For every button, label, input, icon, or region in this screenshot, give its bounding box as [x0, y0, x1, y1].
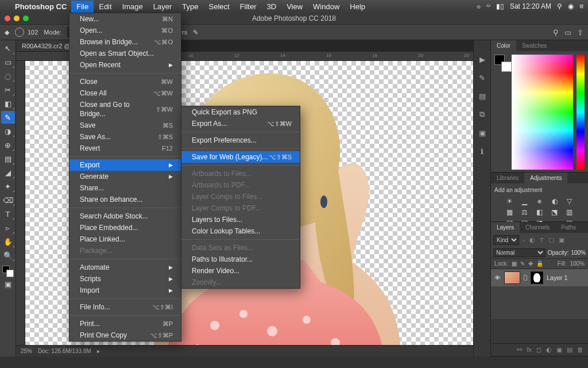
lock-all-icon[interactable]: 🔒 — [536, 260, 543, 267]
tool-0[interactable]: ↖ — [1, 42, 15, 55]
file-menu-item-24[interactable]: Scripts▶ — [69, 273, 181, 285]
menu-image[interactable]: Image — [117, 1, 148, 13]
tab-swatches[interactable]: Swatches — [516, 40, 552, 51]
file-menu-item-14[interactable]: Generate▶ — [69, 171, 181, 182]
file-menu-item-27[interactable]: File Info...⌥⇧⌘I — [69, 301, 181, 313]
export-menu-item-16[interactable]: Render Video... — [181, 265, 300, 277]
tool-11[interactable]: ⌫ — [1, 194, 15, 206]
export-menu-item-0[interactable]: Quick Export as PNG — [181, 106, 300, 118]
file-menu-item-30[interactable]: Print One Copy⌥⇧⌘P — [69, 329, 181, 341]
tool-7[interactable]: ⊕ — [1, 139, 15, 151]
tool-2[interactable]: ◌ — [1, 70, 15, 82]
add-mask-icon[interactable]: ◻ — [536, 346, 541, 354]
export-menu-item-11[interactable]: Layers to Files... — [181, 214, 300, 225]
tab-layers[interactable]: Layers — [491, 222, 520, 233]
filter-pixel-icon[interactable]: ▫ — [521, 237, 526, 244]
channel-mixer-icon[interactable]: ▥ — [565, 208, 574, 216]
file-menu-item-9[interactable]: Save⌘S — [69, 120, 181, 131]
siri-icon[interactable]: ◉ — [568, 2, 574, 10]
file-menu-item-2[interactable]: Browse in Bridge...⌥⌘O — [69, 36, 181, 48]
menu-window[interactable]: Window — [308, 1, 345, 13]
layer-name[interactable]: Layer 1 — [547, 274, 568, 281]
brightness-icon[interactable]: ☀ — [505, 197, 514, 205]
new-fill-icon[interactable]: ◐ — [546, 346, 552, 354]
lock-transparency-icon[interactable]: ▦ — [512, 260, 517, 267]
layer-row[interactable]: 👁 Layer 1 — [491, 269, 588, 286]
delete-layer-icon[interactable]: 🗑 — [577, 346, 583, 354]
filter-smart-icon[interactable]: ▣ — [558, 236, 566, 244]
tool-10[interactable]: ✦ — [1, 180, 15, 193]
tool-3[interactable]: ✂ — [1, 83, 15, 96]
layer-style-icon[interactable]: fx — [527, 346, 532, 354]
hue-icon[interactable]: ▦ — [505, 208, 514, 216]
tool-13[interactable]: ▹ — [1, 221, 15, 234]
actions-icon[interactable]: ▣ — [477, 128, 488, 138]
file-menu-item-29[interactable]: Print...⌘P — [69, 318, 181, 329]
file-menu-item-4[interactable]: Open Recent▶ — [69, 59, 181, 71]
curves-icon[interactable]: ⎈ — [535, 197, 544, 205]
file-menu-item-13[interactable]: Export▶ — [69, 159, 181, 171]
share-icon[interactable]: ⇪ — [577, 28, 583, 37]
clock[interactable]: Sat 12:20 AM — [510, 2, 551, 10]
zoom-level[interactable]: 25% — [21, 348, 32, 354]
file-menu-item-19[interactable]: Place Embedded... — [69, 222, 181, 233]
search-icon[interactable]: ⚲ — [553, 28, 559, 37]
history-icon[interactable]: ▶ — [477, 54, 488, 64]
clone-source-icon[interactable]: ⧉ — [477, 109, 488, 120]
tool-9[interactable]: ◢ — [1, 166, 15, 179]
tool-5[interactable]: ✎ — [1, 111, 15, 124]
file-menu-item-3[interactable]: Open as Smart Object... — [69, 48, 181, 59]
tool-15[interactable]: 🔍 — [1, 249, 15, 262]
menu-file[interactable]: File — [71, 1, 94, 13]
brushes-icon[interactable]: ▤ — [477, 91, 488, 101]
filter-type-icon[interactable]: T — [539, 237, 545, 244]
foreground-background-swatch[interactable] — [494, 55, 508, 68]
file-menu-item-23[interactable]: Automate▶ — [69, 262, 181, 273]
hue-slider[interactable] — [577, 55, 585, 170]
tool-preset-icon[interactable]: ◆ — [5, 29, 9, 36]
layer-mask-thumbnail[interactable] — [531, 271, 543, 284]
export-menu-item-1[interactable]: Export As...⌥⇧⌘W — [181, 118, 300, 129]
levels-icon[interactable]: ▁ — [520, 197, 529, 205]
vibrance-icon[interactable]: ▽ — [565, 197, 574, 205]
link-layers-icon[interactable]: ⚯ — [517, 346, 522, 354]
tab-paths[interactable]: Paths — [555, 222, 582, 233]
wifi-icon[interactable]: ⌔ — [486, 2, 490, 10]
file-menu-item-1[interactable]: Open...⌘O — [69, 25, 181, 36]
bw-icon[interactable]: ◧ — [535, 208, 544, 216]
file-menu-item-11[interactable]: RevertF12 — [69, 143, 181, 154]
file-menu-item-10[interactable]: Save As...⇧⌘S — [69, 131, 181, 143]
file-menu-item-20[interactable]: Place Linked... — [69, 233, 181, 245]
file-menu-item-0[interactable]: New...⌘N — [69, 13, 181, 25]
pressure-icon[interactable]: ✎ — [193, 29, 198, 36]
fg-bg-color[interactable] — [2, 266, 14, 277]
layer-thumbnail[interactable] — [504, 271, 520, 284]
tab-adjustments[interactable]: Adjustments — [524, 172, 567, 183]
menu-view[interactable]: View — [281, 1, 308, 13]
file-menu-item-15[interactable]: Share... — [69, 182, 181, 194]
new-group-icon[interactable]: ▣ — [556, 346, 562, 354]
visibility-icon[interactable]: 👁 — [494, 274, 501, 281]
lock-image-icon[interactable]: ✎ — [520, 260, 525, 267]
brush-settings-icon[interactable]: ✎ — [477, 72, 488, 83]
tab-channels[interactable]: Channels — [520, 222, 555, 233]
file-menu-item-8[interactable]: Close and Go to Bridge...⇧⌘W — [69, 99, 181, 120]
file-menu-item-6[interactable]: Close⌘W — [69, 76, 181, 87]
brush-preview[interactable] — [15, 28, 24, 37]
menu-select[interactable]: Select — [203, 1, 234, 13]
filter-adjust-icon[interactable]: ◐ — [528, 236, 536, 244]
menu-help[interactable]: Help — [345, 1, 370, 13]
photo-filter-icon[interactable]: ⬔ — [550, 208, 559, 216]
quick-mask-icon[interactable]: ▣ — [1, 278, 15, 290]
export-menu-item-15[interactable]: Paths to Illustrator... — [181, 254, 300, 265]
menu-3d[interactable]: 3D — [262, 1, 282, 13]
mask-link-icon[interactable] — [524, 275, 527, 281]
tool-6[interactable]: ◑ — [1, 125, 15, 137]
app-name[interactable]: Photoshop CC — [10, 2, 71, 11]
spotlight-icon[interactable]: ⚲ — [557, 2, 562, 10]
opacity-value[interactable]: 100% — [571, 250, 586, 256]
color-spectrum[interactable] — [512, 55, 573, 170]
tool-1[interactable]: ▭ — [1, 56, 15, 68]
layer-filter-kind[interactable]: Kind — [493, 235, 519, 245]
fill-value[interactable]: 100% — [570, 260, 585, 267]
